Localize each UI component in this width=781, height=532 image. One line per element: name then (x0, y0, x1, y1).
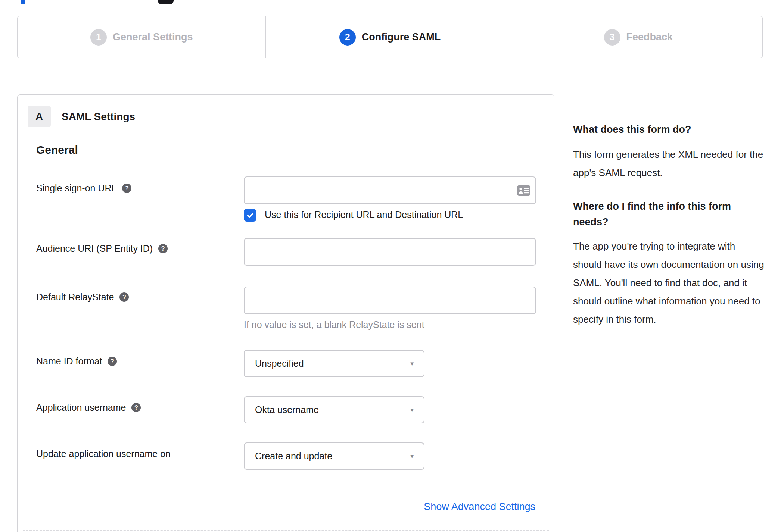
use-for-recipient-checkbox[interactable] (244, 209, 256, 222)
select-value: Unspecified (255, 358, 304, 369)
chevron-down-icon: ▼ (409, 360, 415, 367)
checkmark-icon (246, 211, 254, 219)
step-number-badge: 2 (339, 29, 356, 46)
wizard-stepper: 1 General Settings 2 Configure SAML 3 Fe… (17, 16, 763, 58)
sidebar-heading-what: What does this form do? (573, 122, 766, 137)
name-id-format-label: Name ID format ? (36, 356, 117, 367)
saml-settings-panel: A SAML Settings General Single sign-on U… (17, 94, 554, 532)
application-username-label: Application username ? (36, 402, 141, 413)
clipped-title-accent (21, 0, 25, 4)
name-id-format-select[interactable]: Unspecified ▼ (244, 350, 424, 377)
help-icon[interactable]: ? (158, 244, 168, 253)
help-icon[interactable]: ? (122, 184, 131, 193)
section-a-badge: A (28, 106, 51, 127)
help-icon[interactable]: ? (108, 357, 117, 366)
update-username-select[interactable]: Create and update ▼ (244, 442, 424, 470)
select-value: Create and update (255, 451, 332, 461)
use-for-recipient-label: Use this for Recipient URL and Destinati… (265, 209, 463, 220)
show-advanced-settings-link[interactable]: Show Advanced Settings (424, 501, 535, 513)
step-configure-saml[interactable]: 2 Configure SAML (266, 16, 514, 58)
audience-uri-input[interactable] (244, 238, 536, 266)
help-icon[interactable]: ? (131, 403, 141, 412)
step-number-badge: 3 (604, 29, 620, 46)
clipped-logo-fragment (158, 0, 174, 4)
select-value: Okta username (255, 404, 319, 415)
sidebar-heading-where: Where do I find the info this form needs… (573, 198, 766, 230)
chevron-down-icon: ▼ (409, 407, 415, 413)
general-section-heading: General (36, 144, 78, 156)
application-username-select[interactable]: Okta username ▼ (244, 396, 424, 423)
step-label: Configure SAML (362, 31, 441, 43)
step-general-settings[interactable]: 1 General Settings (18, 16, 266, 58)
update-username-label: Update application username on (36, 448, 171, 459)
help-icon[interactable]: ? (119, 292, 129, 302)
default-relaystate-input[interactable] (244, 287, 536, 314)
dashed-divider (23, 530, 549, 531)
audience-uri-label: Audience URI (SP Entity ID) ? (36, 243, 168, 254)
help-sidebar: What does this form do? This form genera… (573, 122, 766, 329)
panel-title: SAML Settings (62, 111, 135, 123)
step-feedback[interactable]: 3 Feedback (514, 16, 762, 58)
chevron-down-icon: ▼ (409, 453, 415, 459)
sidebar-body-what: This form generates the XML needed for t… (573, 145, 766, 182)
sidebar-body-where: The app you're trying to integrate with … (573, 237, 766, 329)
relaystate-hint: If no value is set, a blank RelayState i… (244, 319, 424, 330)
step-label: General Settings (113, 31, 193, 43)
default-relaystate-label: Default RelayState ? (36, 292, 129, 303)
step-number-badge: 1 (90, 29, 107, 46)
sso-url-label: Single sign-on URL ? (36, 183, 131, 194)
sso-url-input[interactable] (244, 176, 536, 204)
step-label: Feedback (626, 31, 673, 43)
